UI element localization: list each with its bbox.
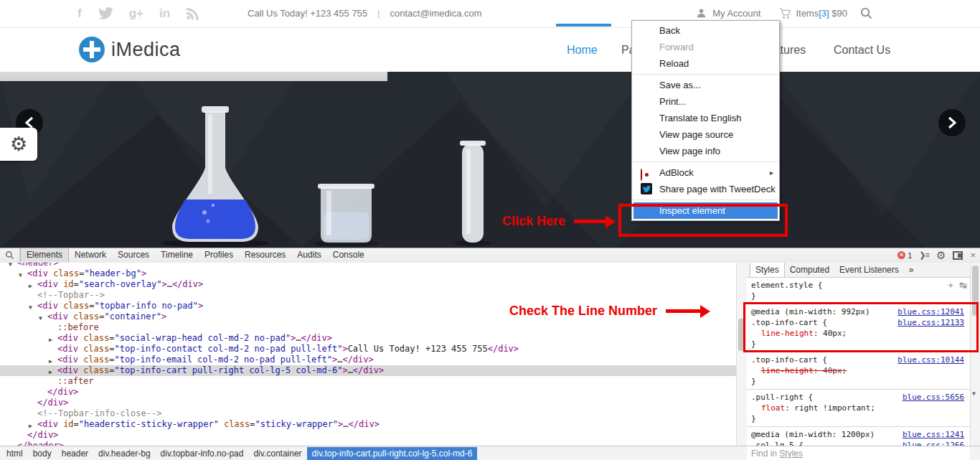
- code-segment: class: [78, 333, 109, 343]
- elements-scrollbar[interactable]: [736, 263, 748, 446]
- stylesheet-link[interactable]: blue.css:5656: [903, 392, 964, 403]
- top-info-bar: f g+ in Call Us Today! +123 455 755|cont…: [0, 0, 980, 28]
- code-segment: <header>: [17, 263, 59, 268]
- tree-row[interactable]: ::after: [0, 376, 736, 387]
- tree-row[interactable]: </div>: [0, 430, 736, 441]
- code-segment: "top-info-email col-md-2 no-pad pull-lef…: [115, 355, 332, 365]
- hero-top-strip: [0, 72, 387, 81]
- facebook-icon[interactable]: f: [77, 5, 82, 22]
- nav-item-home[interactable]: Home: [567, 44, 598, 57]
- cart-items[interactable]: Items[3] $90: [779, 8, 847, 19]
- tree-row[interactable]: ▼<header>: [0, 263, 736, 268]
- code-segment: <div: [27, 268, 48, 278]
- console-drawer-icon[interactable]: ❯≡: [919, 250, 929, 260]
- menu-item-print[interactable]: Print...: [632, 93, 779, 110]
- breadcrumb-body[interactable]: body: [28, 447, 57, 460]
- code-segment: "top-info-cart pull-right col-lg-5 col-m…: [115, 365, 343, 375]
- rss-icon[interactable]: [186, 7, 199, 20]
- code-segment: </div>: [488, 344, 519, 354]
- email-text[interactable]: contact@imedica.com: [390, 8, 481, 19]
- tree-row[interactable]: ▼<div class="header-bg">: [0, 268, 736, 279]
- tree-row[interactable]: <!--Topbar-->: [0, 290, 736, 301]
- tree-row[interactable]: </div>: [0, 398, 736, 408]
- tree-row[interactable]: <div class="top-info-contact col-md-2 no…: [0, 344, 736, 355]
- menu-item-reload[interactable]: Reload: [632, 55, 779, 72]
- css-property-value[interactable]: : right !important;: [785, 403, 875, 413]
- inspect-magnifier-icon[interactable]: [0, 248, 20, 262]
- style-rule-text: }: [751, 291, 756, 301]
- tree-row[interactable]: </header>: [0, 441, 736, 446]
- style-rule: +↹element.style {}: [747, 278, 970, 304]
- theme-options-button[interactable]: ⚙: [0, 128, 37, 161]
- devtools-tab-resources[interactable]: Resources: [239, 248, 291, 262]
- menu-item-view-page-source[interactable]: View page source: [632, 126, 779, 143]
- logo[interactable]: iMedica: [79, 37, 181, 62]
- menu-item-share-page-with-tweetdeck[interactable]: Share page with TweetDeck: [632, 181, 779, 197]
- stylesheet-link[interactable]: blue.css:10144: [897, 355, 964, 365]
- menu-item-back[interactable]: Back: [632, 22, 779, 39]
- styles-tab-event-listeners[interactable]: Event Listeners: [834, 263, 904, 277]
- css-property-name[interactable]: float: [761, 403, 785, 413]
- tree-row[interactable]: ▶<div class="social-wrap-head col-md-2 n…: [0, 333, 736, 344]
- find-styles-input[interactable]: Find in Styles: [747, 446, 970, 460]
- devtools-tab-network[interactable]: Network: [69, 248, 112, 262]
- devtools-tab-audits[interactable]: Audits: [291, 248, 326, 262]
- styles-tab-[interactable]: »: [904, 263, 919, 277]
- dock-side-icon[interactable]: [953, 251, 963, 260]
- social-icons: f g+ in: [77, 5, 199, 22]
- menu-item-label: Share page with TweetDeck: [659, 184, 776, 194]
- css-property-value[interactable]: : 40px;: [814, 366, 847, 375]
- search-icon[interactable]: [860, 7, 872, 19]
- menu-item-translate-to-english[interactable]: Translate to English: [632, 110, 779, 126]
- google-plus-icon[interactable]: g+: [129, 5, 143, 22]
- code-segment: …: [167, 279, 172, 289]
- my-account-link[interactable]: My Account: [712, 8, 760, 19]
- menu-item-label: Print...: [659, 96, 687, 107]
- linkedin-icon[interactable]: in: [159, 5, 170, 22]
- breadcrumb-div[interactable]: div.topbar-info.no-pad: [156, 447, 249, 460]
- settings-gear-icon[interactable]: ⚙: [936, 249, 946, 262]
- style-rule-text: element.style {: [751, 281, 822, 290]
- tree-row[interactable]: ::before: [0, 322, 736, 333]
- code-segment: </div>: [301, 333, 332, 343]
- gear-icon: ⚙: [10, 133, 27, 156]
- tree-row[interactable]: ▶<div class="top-info-email col-md-2 no-…: [0, 355, 736, 365]
- devtools-tab-profiles[interactable]: Profiles: [199, 248, 239, 262]
- devtools-tab-console[interactable]: Console: [327, 248, 370, 262]
- code-segment: Call Us Today! +123 455 755: [348, 344, 488, 354]
- menu-item-save-as[interactable]: Save as...: [632, 77, 779, 93]
- tree-row[interactable]: ▶<div class="top-info-cart pull-right co…: [0, 365, 736, 376]
- nav-item-contact-us[interactable]: Contact Us: [834, 44, 890, 57]
- breadcrumb-div[interactable]: div.header-bg: [93, 447, 156, 460]
- breadcrumb-div[interactable]: div.container: [248, 447, 306, 460]
- breadcrumb-div-selected[interactable]: div.top-info-cart.pull-right.col-lg-5.co…: [307, 447, 478, 460]
- twitter-icon[interactable]: [98, 7, 113, 20]
- tree-row[interactable]: </div>: [0, 387, 736, 398]
- code-segment: class: [48, 268, 79, 278]
- devtools-tab-sources[interactable]: Sources: [112, 248, 155, 262]
- code-segment: =: [99, 311, 104, 321]
- breadcrumb-header[interactable]: header: [57, 447, 93, 460]
- tree-row[interactable]: ▶<div id="headerstic-sticky-wrapper" cla…: [0, 419, 736, 430]
- styles-tab-computed[interactable]: Computed: [785, 263, 834, 277]
- stylesheet-link[interactable]: blue.css:1241: [903, 429, 964, 440]
- style-rule: .top-info-cart {blue.css:10144line-heigh…: [747, 352, 970, 390]
- tree-row[interactable]: ▶<div id="search-overlay">…</div>: [0, 279, 736, 290]
- devtools-tab-elements[interactable]: Elements: [20, 248, 69, 262]
- tree-row[interactable]: <!--Topbar-info-close-->: [0, 408, 736, 419]
- menu-item-label: Translate to English: [659, 113, 741, 123]
- code-segment: >: [198, 301, 203, 311]
- stylesheet-link[interactable]: blue.css:1266: [903, 440, 964, 446]
- close-devtools-icon[interactable]: ×: [970, 250, 976, 260]
- styles-scrollbar[interactable]: ▼: [970, 263, 980, 446]
- styles-tab-styles[interactable]: Styles: [750, 263, 785, 277]
- menu-item-adblock[interactable]: AdBlock▸: [632, 164, 779, 181]
- css-property-name[interactable]: line-height: [761, 366, 814, 375]
- context-menu: BackForwardReloadSave as...Print...Trans…: [631, 20, 780, 221]
- breadcrumb-html[interactable]: html: [1, 447, 28, 460]
- carousel-next-button[interactable]: [938, 109, 966, 136]
- devtools-tab-timeline[interactable]: Timeline: [155, 248, 199, 262]
- menu-item-view-page-info[interactable]: View page info: [632, 143, 779, 159]
- code-segment: …: [348, 365, 353, 375]
- error-badge[interactable]: ×1: [897, 251, 912, 260]
